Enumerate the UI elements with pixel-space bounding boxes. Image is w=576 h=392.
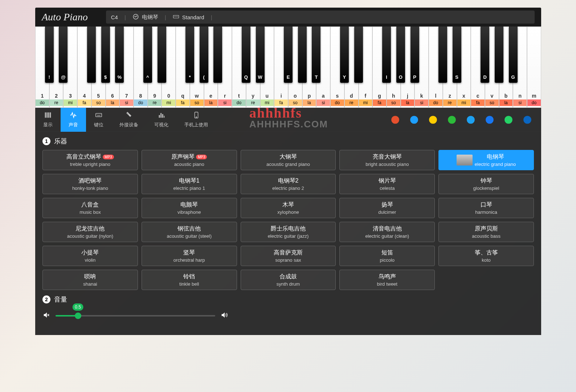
- instrument-option[interactable]: 合成鼓synth drum: [241, 270, 336, 290]
- white-key[interactable]: mdo: [527, 26, 541, 108]
- instrument-option[interactable]: 钟琴glockenspiel: [438, 174, 534, 194]
- instrument-option[interactable]: 尼龙弦吉他acoustic guitar (nylon): [42, 222, 138, 242]
- instrument-option[interactable]: 钢弦吉他acoustic guitar (steel): [142, 222, 237, 242]
- instrument-option[interactable]: 木琴xylophone: [241, 198, 336, 218]
- black-key[interactable]: G: [509, 26, 518, 83]
- instrument-option[interactable]: 大钢琴acoustic grand piano: [241, 150, 336, 170]
- key-label: c: [477, 93, 479, 99]
- instrument-option[interactable]: 鸟鸣声bird tweet: [339, 270, 435, 290]
- linkedin-icon[interactable]: [522, 115, 532, 125]
- black-key[interactable]: I: [382, 26, 391, 83]
- instrument-name-en: acoustic guitar (nylon): [67, 233, 113, 239]
- whatsapp-icon[interactable]: [503, 115, 514, 125]
- instrument-option[interactable]: 原声钢琴MP3acoustic piano: [142, 150, 237, 170]
- volume-thumb[interactable]: [75, 313, 81, 319]
- key-note: re: [50, 99, 63, 106]
- instrument-option[interactable]: 竖琴orchestral harp: [142, 246, 237, 266]
- key-label: f: [365, 93, 367, 99]
- key-label: 0: [167, 93, 170, 99]
- black-key[interactable]: D: [481, 26, 489, 83]
- instrument-option[interactable]: 扬琴dulcimer: [339, 198, 435, 218]
- tab-keys[interactable]: 键位: [86, 108, 111, 132]
- instrument-name-cn: 小提琴: [81, 249, 99, 257]
- instrument-option[interactable]: 清音电吉他electric guitar (clean): [339, 222, 435, 242]
- svg-rect-6: [45, 113, 46, 118]
- tab-ext[interactable]: 外接设备: [111, 108, 146, 132]
- black-key[interactable]: !: [45, 26, 54, 83]
- instrument-name-en: koto: [475, 257, 498, 263]
- wechat-icon[interactable]: [447, 115, 457, 125]
- volume-slider[interactable]: 0.5: [56, 315, 215, 317]
- instrument-option[interactable]: 原声贝斯acoustic bass: [438, 222, 534, 242]
- instrument-option[interactable]: 酒吧钢琴honky-tonk piano: [42, 174, 138, 194]
- tab-sound[interactable]: 声音: [61, 108, 86, 132]
- instrument-option[interactable]: 爵士乐电吉他electric guitar (jazz): [241, 222, 336, 242]
- twitter-icon[interactable]: [466, 115, 476, 125]
- instrument-name-en: vibraphone: [177, 209, 201, 215]
- volume-max-icon[interactable]: [220, 311, 228, 320]
- black-key[interactable]: [495, 26, 503, 83]
- black-key[interactable]: T: [312, 26, 320, 83]
- instrument-option[interactable]: 钢片琴celesta: [339, 174, 435, 194]
- black-key[interactable]: %: [115, 26, 124, 83]
- instrument-option[interactable]: 口琴harmonica: [438, 198, 534, 218]
- key-label: q: [181, 93, 184, 99]
- mode-selector[interactable]: Standard: [173, 13, 204, 21]
- instrument-option[interactable]: 筝、古筝koto: [438, 246, 534, 266]
- tab-viz[interactable]: 可视化: [146, 108, 176, 132]
- instrument-option[interactable]: 电钢琴electric grand piano: [438, 150, 534, 170]
- black-key[interactable]: @: [59, 26, 68, 83]
- instrument-option[interactable]: 小提琴violin: [42, 246, 138, 266]
- black-key[interactable]: [354, 26, 363, 83]
- volume-min-icon[interactable]: [42, 311, 50, 320]
- instrument-option[interactable]: 电钢琴2electric piano 2: [241, 174, 336, 194]
- section-title: 音量: [54, 295, 67, 304]
- instrument-name-en: shanai: [83, 281, 97, 287]
- black-key[interactable]: [438, 26, 447, 83]
- key-label: !: [49, 74, 50, 80]
- black-key[interactable]: ^: [143, 26, 152, 83]
- instrument-option[interactable]: 唢呐shanai: [42, 270, 138, 290]
- instrument-option[interactable]: 电颤琴vibraphone: [142, 198, 237, 218]
- black-key[interactable]: $: [101, 26, 110, 83]
- instrument-option[interactable]: 短笛piccolo: [339, 246, 435, 266]
- instrument-option[interactable]: 电钢琴1electric piano 1: [142, 174, 237, 194]
- black-key[interactable]: [158, 26, 166, 83]
- black-key[interactable]: *: [185, 26, 194, 83]
- black-key[interactable]: E: [284, 26, 293, 83]
- instrument-option[interactable]: 亮音大钢琴bright acoustic piano: [339, 150, 435, 170]
- instrument-selector[interactable]: 电钢琴: [132, 13, 158, 21]
- black-key[interactable]: O: [396, 26, 405, 83]
- instrument-name-cn: 钢弦吉他: [167, 225, 212, 233]
- black-key[interactable]: [87, 26, 96, 83]
- star-icon[interactable]: [428, 115, 438, 125]
- key-label: v: [490, 93, 493, 99]
- black-key[interactable]: Q: [242, 26, 250, 83]
- key-note: la: [303, 99, 316, 106]
- tab-mobile[interactable]: 手机上使用: [176, 108, 216, 132]
- qq-icon[interactable]: [409, 115, 419, 125]
- black-key[interactable]: [213, 26, 222, 83]
- black-key[interactable]: (: [200, 26, 208, 83]
- black-key[interactable]: S: [453, 26, 461, 83]
- black-key[interactable]: P: [410, 26, 419, 83]
- black-key[interactable]: Y: [340, 26, 349, 83]
- key-label: d: [350, 93, 353, 99]
- instrument-option[interactable]: 高音萨克斯soprano sax: [241, 246, 336, 266]
- svg-point-19: [429, 116, 437, 124]
- instrument-name-cn: 八音盒: [79, 201, 101, 209]
- weibo-icon[interactable]: [390, 115, 400, 125]
- instrument-option[interactable]: 八音盒music box: [42, 198, 138, 218]
- tab-label: 可视化: [154, 122, 168, 128]
- instrument-option[interactable]: 高音立式钢琴MP3treble upright piano: [42, 150, 138, 170]
- facebook-icon[interactable]: [485, 115, 495, 125]
- key-label: 5: [97, 93, 100, 99]
- tab-display[interactable]: 显示: [35, 108, 61, 132]
- key-note: si: [415, 99, 428, 106]
- black-key[interactable]: W: [256, 26, 265, 83]
- key-label: l: [435, 93, 437, 99]
- viz-icon: [158, 111, 166, 120]
- instrument-option[interactable]: 铃铛tinkle bell: [142, 270, 237, 290]
- black-key[interactable]: [298, 26, 307, 83]
- mp3-badge: MP3: [196, 155, 207, 159]
